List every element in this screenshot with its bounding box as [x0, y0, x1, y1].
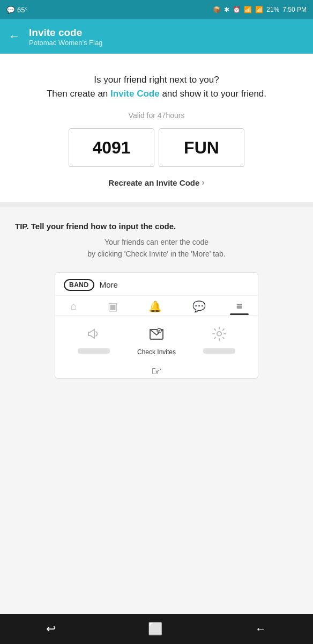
- signal-icon: 📶: [255, 6, 263, 13]
- demo-tab-home: ⌂: [64, 300, 84, 312]
- bell-icon: 🔔: [148, 300, 162, 313]
- demo-ui: BAND More ⌂ ▣ 🔔 💬 ≡: [55, 272, 258, 379]
- code-boxes: 4091 FUN: [15, 128, 298, 167]
- megaphone-icon: [85, 325, 102, 345]
- back-button[interactable]: ←: [9, 30, 20, 43]
- demo-more-label: More: [100, 280, 118, 289]
- chevron-right-icon: ›: [202, 178, 204, 187]
- pointer-icon: ☞: [151, 364, 162, 378]
- tip-body-line2: by clicking 'Check Invite' in the 'More'…: [87, 250, 225, 258]
- bottom-nav: ↩ ⬜ ←: [0, 614, 313, 644]
- app-bar-title: Invite code: [29, 27, 102, 39]
- headline-line2-prefix: Then create an: [47, 89, 110, 99]
- status-bar: 💬 65° 📦 ✱ ⏰ 📶 📶 21% 7:50 PM: [0, 0, 313, 19]
- recreate-label: Recreate an Invite Code: [108, 178, 199, 187]
- demo-item-megaphone: [78, 325, 110, 354]
- wifi-icon: 📶: [244, 6, 252, 13]
- headline-line2-suffix: and show it to your friend.: [160, 89, 266, 99]
- battery-pct: 21%: [266, 6, 279, 13]
- app-bar-subtitle: Potomac Women's Flag: [29, 39, 102, 47]
- invite-headline: Is your friend right next to you? Then c…: [15, 73, 298, 100]
- check-invites-label: Check Invites: [137, 348, 176, 356]
- gear-label-placeholder: [203, 348, 235, 354]
- section-divider: [0, 202, 313, 207]
- tip-section: TIP. Tell your friend how to input the c…: [0, 207, 313, 614]
- demo-tab-more: ≡: [230, 300, 249, 312]
- cursor-pointer: ☞: [55, 364, 258, 378]
- sd-icon: 📦: [213, 6, 221, 13]
- calendar-icon: ▣: [108, 300, 118, 313]
- time: 7:50 PM: [282, 6, 307, 13]
- code-number-box: 4091: [69, 128, 154, 167]
- nav-back-button[interactable]: ↩: [33, 618, 69, 640]
- envelope-icon: [148, 325, 165, 345]
- valid-text: Valid for 47hours: [15, 111, 298, 120]
- invite-code-link: Invite Code: [110, 89, 160, 99]
- gear-icon: [211, 325, 228, 345]
- app-bar: ← Invite code Potomac Women's Flag: [0, 19, 313, 54]
- status-left: 💬 65°: [6, 6, 28, 14]
- invite-section: Is your friend right next to you? Then c…: [0, 54, 313, 202]
- hamburger-icon: ≡: [236, 300, 243, 312]
- demo-tab-chat: 💬: [186, 300, 212, 313]
- home-icon: ⌂: [71, 300, 77, 312]
- code-word-box: FUN: [159, 128, 244, 167]
- tip-title: TIP. Tell your friend how to input the c…: [15, 222, 298, 231]
- temperature: 65°: [17, 6, 28, 14]
- nav-return-button[interactable]: ←: [242, 618, 280, 640]
- band-logo: BAND: [64, 279, 94, 291]
- recreate-link[interactable]: Recreate an Invite Code ›: [15, 178, 298, 187]
- demo-tab-calendar: ▣: [101, 300, 124, 313]
- status-right: 📦 ✱ ⏰ 📶 📶 21% 7:50 PM: [213, 6, 307, 13]
- demo-more-items: Check Invites: [55, 316, 258, 363]
- chat-icon: 💬: [6, 6, 15, 14]
- nav-home-button[interactable]: ⬜: [135, 618, 175, 640]
- megaphone-label-placeholder: [78, 348, 110, 354]
- svg-point-2: [217, 332, 221, 336]
- headline-line1: Is your friend right next to you?: [94, 75, 219, 85]
- tip-body-line1: Your friends can enter the code: [105, 238, 208, 246]
- demo-header: BAND More: [55, 273, 258, 296]
- demo-tab-bell: 🔔: [142, 300, 168, 313]
- bluetooth-icon: ✱: [224, 6, 229, 13]
- tip-body: Your friends can enter the code by click…: [15, 236, 298, 260]
- chat-tab-icon: 💬: [192, 300, 206, 313]
- app-bar-titles: Invite code Potomac Women's Flag: [29, 27, 102, 47]
- alarm-icon: ⏰: [233, 6, 241, 13]
- demo-item-gear: [203, 325, 235, 354]
- demo-tabs: ⌂ ▣ 🔔 💬 ≡: [55, 296, 258, 316]
- demo-item-check-invites[interactable]: Check Invites: [137, 325, 176, 356]
- main-content: Is your friend right next to you? Then c…: [0, 54, 313, 614]
